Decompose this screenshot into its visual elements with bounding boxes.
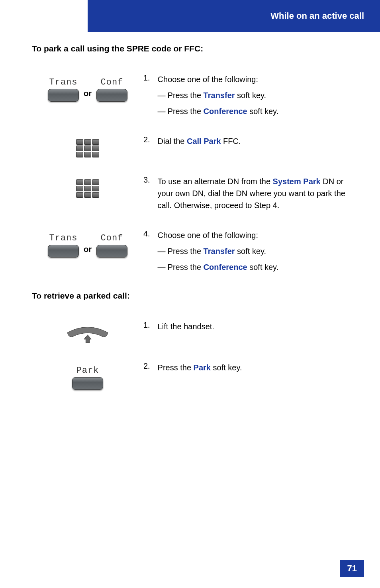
step-4-row: Trans or Conf 4. Choose one of the follo… <box>32 229 355 273</box>
step-2-row: 2. Dial the Call Park FFC. <box>32 135 355 157</box>
s3-term: System Park <box>273 177 321 186</box>
s2-term: Call Park <box>187 137 221 146</box>
step-3-row: 3. To use an alternate DN from the Syste… <box>32 175 355 211</box>
trans-label: Trans <box>49 233 77 243</box>
conf-label: Conf <box>101 233 123 243</box>
s4b-term: Conference <box>204 263 247 271</box>
step-1-sub-a: —Press the Transfer soft key. <box>158 89 349 101</box>
s4b-post: soft key. <box>247 263 279 271</box>
step-4-icons: Trans or Conf <box>32 229 143 258</box>
conf-softkey: Conf <box>96 77 127 102</box>
handset-lift-icon <box>62 324 114 344</box>
step-4-num: 4. <box>143 229 155 238</box>
r1-text: Lift the handset. <box>158 322 214 331</box>
conf-softkey: Conf <box>96 233 127 258</box>
step-1-sub-b: —Press the Conference soft key. <box>158 105 349 117</box>
retrieve-step-1-row: 1. Lift the handset. <box>32 321 355 344</box>
s4b-pre: Press the <box>168 263 204 271</box>
page-content: To park a call using the SPRE code or FF… <box>32 44 355 408</box>
step-1-lead: Choose one of the following: <box>158 75 258 84</box>
section2-title: To retrieve a parked call: <box>32 291 355 301</box>
trans-button-icon <box>48 89 79 102</box>
conf-button-icon <box>96 245 127 258</box>
conf-button-icon <box>96 89 127 102</box>
s4a-pre: Press the <box>168 247 204 256</box>
step-4-sub-b: —Press the Conference soft key. <box>158 261 349 273</box>
step-3-icons <box>32 175 143 198</box>
r2-post: soft key. <box>211 363 242 372</box>
retrieve-step-1-icons <box>32 321 143 344</box>
s1b-pre: Press the <box>168 107 204 116</box>
s1a-pre: Press the <box>168 91 204 100</box>
step-2-icons <box>32 135 143 157</box>
s2-pre: Dial the <box>158 137 187 146</box>
retrieve-step-2-icons: Park <box>32 362 143 390</box>
s2-post: FFC. <box>221 137 241 146</box>
header-title: While on an active call <box>270 11 364 21</box>
s3-pre: To use an alternate DN from the <box>158 177 273 186</box>
header-band: While on an active call <box>88 0 380 32</box>
r1-num: 1. <box>143 321 155 330</box>
s4a-term: Transfer <box>204 247 235 256</box>
step-1-row: Trans or Conf 1. Choose one of the follo… <box>32 73 355 117</box>
section1-title: To park a call using the SPRE code or FF… <box>32 44 355 53</box>
trans-button-icon <box>48 245 79 258</box>
step-1-icons: Trans or Conf <box>32 73 143 102</box>
r2-pre: Press the <box>158 363 194 372</box>
s1a-term: Transfer <box>204 91 235 100</box>
r2-num: 2. <box>143 362 155 371</box>
keypad-icon <box>76 139 99 157</box>
r2-term: Park <box>194 363 211 372</box>
trans-label: Trans <box>49 77 77 87</box>
s1b-post: soft key. <box>247 107 279 116</box>
step-4-lead: Choose one of the following: <box>158 231 258 240</box>
or-label: or <box>84 237 92 254</box>
step-4-sub-a: —Press the Transfer soft key. <box>158 245 349 257</box>
s1b-term: Conference <box>204 107 247 116</box>
s1a-post: soft key. <box>235 91 266 100</box>
keypad-icon <box>76 179 99 198</box>
park-button-icon <box>72 377 103 390</box>
step-3-num: 3. <box>143 175 155 185</box>
trans-softkey: Trans <box>48 77 79 102</box>
s4a-post: soft key. <box>235 247 266 256</box>
park-label: Park <box>76 366 99 376</box>
or-label: or <box>84 81 92 98</box>
page-number: 71 <box>340 560 364 577</box>
retrieve-step-2-row: Park 2. Press the Park soft key. <box>32 362 355 390</box>
park-softkey: Park <box>72 366 103 390</box>
conf-label: Conf <box>101 77 123 87</box>
step-2-num: 2. <box>143 135 155 144</box>
step-1-num: 1. <box>143 73 155 83</box>
trans-softkey: Trans <box>48 233 79 258</box>
